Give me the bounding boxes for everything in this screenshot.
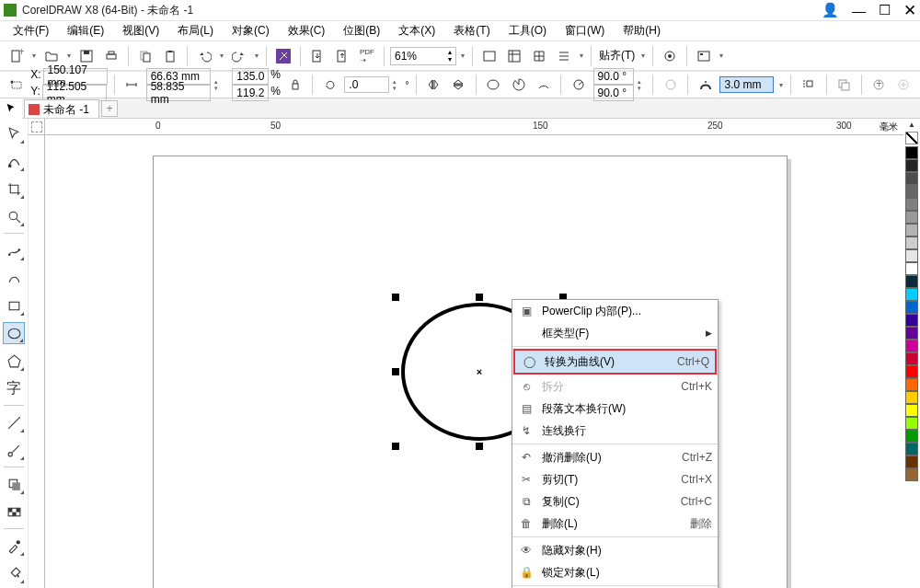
vertical-ruler[interactable] [29,135,45,588]
eyedropper-tool[interactable] [3,535,25,557]
redo-button[interactable] [228,45,250,67]
menu-wrap-paragraph[interactable]: ▤ 段落文本换行(W) [512,398,718,420]
menu-text[interactable]: 文本(X) [391,21,443,40]
no-color-swatch[interactable] [905,132,918,144]
menu-frame-type[interactable]: 框类型(F) ▶ [512,322,718,344]
menu-table[interactable]: 表格(T) [446,21,497,40]
pie-button[interactable] [508,74,529,96]
export-button[interactable] [331,45,353,67]
menu-lock-object[interactable]: 🔒 锁定对象(L) [512,561,718,583]
zoom-level-input[interactable]: 61%▴▾ [390,47,456,65]
ellipse-tool[interactable] [3,322,25,344]
scale-y-input[interactable]: 119.2 [232,85,269,101]
color-swatch[interactable] [905,404,918,417]
show-rulers-button[interactable] [503,45,525,67]
resize-handle[interactable] [476,294,483,301]
color-swatch[interactable] [905,352,918,365]
user-icon[interactable]: 👤 [822,2,839,18]
publish-pdf-button[interactable]: PDF⇢ [356,45,378,67]
menu-edit[interactable]: 编辑(E) [60,21,111,40]
start-angle-input[interactable]: 90.0 ° [593,68,634,85]
rotation-input[interactable]: .0 [344,76,389,93]
color-swatch[interactable] [905,262,918,275]
color-swatch[interactable] [905,391,918,404]
color-swatch[interactable] [905,249,918,262]
crop-tool[interactable] [3,178,25,200]
resize-handle[interactable] [392,443,399,450]
search-content-button[interactable] [272,45,294,67]
freehand-tool[interactable] [3,239,25,261]
ruler-origin[interactable] [29,119,45,135]
lock-ratio-button[interactable] [284,74,305,96]
text-tool[interactable]: 字 [3,377,25,399]
shape-tool[interactable] [3,150,25,172]
ellipse-button[interactable] [483,74,504,96]
angle-spinner[interactable]: ▴▾ [638,78,647,91]
new-button[interactable]: + [6,45,28,67]
convert-curves-button[interactable]: + [868,74,890,96]
import-button[interactable] [306,45,328,67]
menu-bitmap[interactable]: 位图(B) [336,21,387,40]
snap-to-label[interactable]: 贴齐(T) [597,48,637,63]
pick-tool-icon[interactable] [0,98,22,119]
outline-width-input[interactable]: 3.0 mm [719,76,773,93]
transparency-tool[interactable] [3,501,25,523]
color-swatch[interactable] [905,275,918,288]
color-swatch[interactable] [905,365,918,378]
color-swatch[interactable] [905,146,918,159]
scale-x-input[interactable]: 135.0 [232,68,269,85]
color-swatch[interactable] [905,185,918,198]
menu-help[interactable]: 帮助(H) [615,21,668,40]
color-swatch[interactable] [905,430,918,443]
canvas[interactable]: 0 50 150 250 300 毫米 × ▣ PowerClip 内部 [29,119,903,588]
color-swatch[interactable] [905,468,918,481]
maximize-button[interactable]: ☐ [879,2,891,18]
show-grid-button[interactable] [528,45,550,67]
document-tab[interactable]: 未命名 -1 [24,99,99,118]
menu-effect[interactable]: 效果(C) [281,21,333,40]
menu-object[interactable]: 对象(C) [224,21,277,40]
color-swatch[interactable] [905,340,918,352]
menu-layout[interactable]: 布局(L) [170,21,221,40]
menu-powerclip[interactable]: ▣ PowerClip 内部(P)... [512,300,718,322]
dimension-tool[interactable] [3,411,25,433]
print-button[interactable] [100,45,122,67]
add-tab-button[interactable]: + [101,100,118,117]
palette-scroll-up[interactable]: ▲ [908,121,915,132]
menu-window[interactable]: 窗口(W) [558,21,612,40]
resize-handle[interactable] [392,368,399,375]
polygon-tool[interactable] [3,350,25,372]
resize-handle[interactable] [476,443,483,450]
menu-tools[interactable]: 工具(O) [501,21,554,40]
quick-customize-button[interactable] [893,74,914,96]
color-swatch[interactable] [905,443,918,455]
launcher-button[interactable] [693,45,715,67]
rectangle-tool[interactable] [3,294,25,317]
options-button[interactable] [659,45,681,67]
connector-tool[interactable] [3,439,25,461]
color-swatch[interactable] [905,288,918,301]
color-swatch[interactable] [905,198,918,211]
to-front-button[interactable] [834,74,855,96]
rotation-spinner[interactable]: ▴▾ [393,78,402,91]
color-swatch[interactable] [905,314,918,327]
color-swatch[interactable] [905,378,918,391]
close-button[interactable]: ✕ [903,1,916,20]
zoom-tool[interactable] [3,205,25,227]
undo-button[interactable] [193,45,215,67]
menu-hide-object[interactable]: 👁 隐藏对象(H) [512,539,718,561]
color-swatch[interactable] [905,172,918,185]
menu-cut[interactable]: ✂ 剪切(T) Ctrl+X [512,468,718,490]
color-swatch[interactable] [905,159,918,172]
copy-button[interactable] [134,45,156,67]
menu-view[interactable]: 视图(V) [115,21,167,40]
mirror-h-button[interactable] [423,74,444,96]
menu-delete[interactable]: 🗑 删除(L) 删除 [512,513,718,535]
direction-button[interactable] [660,74,681,96]
drop-shadow-tool[interactable] [3,473,25,495]
color-swatch[interactable] [905,224,918,236]
center-marker[interactable]: × [476,368,483,375]
pick-tool[interactable] [3,122,25,144]
color-swatch[interactable] [905,455,918,468]
mirror-v-button[interactable] [448,74,469,96]
